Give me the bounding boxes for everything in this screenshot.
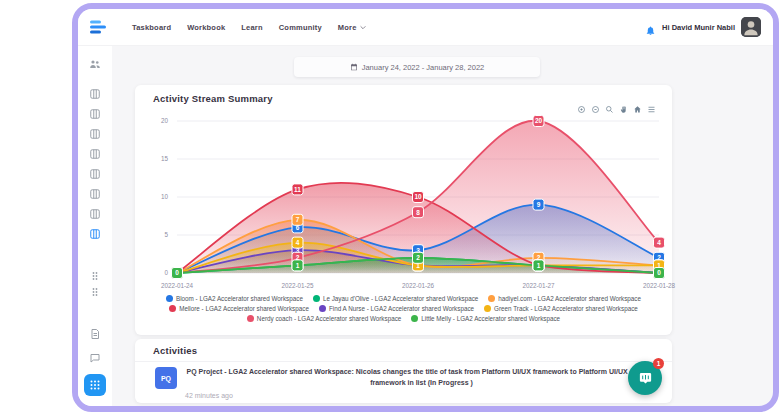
sidebar-item-board-5-icon[interactable] <box>89 168 101 180</box>
svg-text:0: 0 <box>657 269 661 276</box>
chevron-down-icon <box>360 25 366 30</box>
svg-text:7: 7 <box>296 216 300 223</box>
legend-item-0[interactable]: Bloom - LGA2 Accelerator shared Workspac… <box>166 295 303 302</box>
legend-item-1[interactable]: Le Jayau d'Olive - LGA2 Accelerator shar… <box>313 295 478 302</box>
legend-label: hadiyel.com - LGA2 Accelerator shared Wo… <box>498 295 641 302</box>
legend-label: Find A Nurse - LGA2 Accelerator shared W… <box>329 305 474 312</box>
left-sidebar <box>78 45 112 406</box>
sidebar-item-board-4-icon[interactable] <box>89 148 101 160</box>
top-right-group: Hi David Munir Nabil <box>645 17 761 37</box>
legend-item-2[interactable]: hadiyel.com - LGA2 Accelerator shared Wo… <box>488 295 641 302</box>
chat-unread-badge: 1 <box>653 358 664 369</box>
sidebar-item-board-7-icon[interactable] <box>89 208 101 220</box>
sidebar-item-dots-10-icon[interactable] <box>89 286 101 298</box>
user-avatar[interactable] <box>741 17 761 37</box>
legend-label: Nerdy coach - LGA2 Accelerator shared Wo… <box>257 315 401 322</box>
svg-text:0: 0 <box>164 269 168 276</box>
nav-item-more[interactable]: More <box>338 23 366 32</box>
legend-item-3[interactable]: Mellore - LGA2 Accelerator shared Worksp… <box>169 305 309 312</box>
activity-list-item[interactable]: PQ PQ Project - LGA2 Accelerator shared … <box>155 367 658 399</box>
legend-item-4[interactable]: Find A Nurse - LGA2 Accelerator shared W… <box>319 305 474 312</box>
date-range-picker[interactable]: January 24, 2022 - January 28, 2022 <box>294 57 540 77</box>
svg-text:5: 5 <box>164 231 168 238</box>
legend-item-6[interactable]: Nerdy coach - LGA2 Accelerator shared Wo… <box>247 315 401 322</box>
sidebar-item-chat-12-icon[interactable] <box>89 352 101 364</box>
sidebar-item-doc-11-icon[interactable] <box>89 328 101 340</box>
svg-text:1: 1 <box>296 262 300 269</box>
svg-text:2022-01-28: 2022-01-28 <box>643 282 676 289</box>
legend-item-7[interactable]: Little Melly - LGA2 Accelerator shared W… <box>411 315 560 322</box>
svg-text:20: 20 <box>535 117 543 124</box>
svg-text:9: 9 <box>537 201 541 208</box>
legend-dot-icon <box>313 295 320 302</box>
legend-label: Le Jayau d'Olive - LGA2 Accelerator shar… <box>323 295 478 302</box>
legend-dot-icon <box>488 295 495 302</box>
svg-text:2022-01-27: 2022-01-27 <box>522 282 555 289</box>
sidebar-item-people-0-icon[interactable] <box>89 58 101 70</box>
activity-stream-chart[interactable]: 051015202022-01-242022-01-252022-01-2620… <box>147 103 667 295</box>
chart-legend: Bloom - LGA2 Accelerator shared Workspac… <box>143 295 664 322</box>
notifications-bell-icon[interactable] <box>645 22 656 33</box>
top-bar: Taskboard Workbook Learn Community More … <box>78 9 773 46</box>
svg-text:15: 15 <box>161 155 169 162</box>
zoom-out-icon[interactable] <box>591 105 600 114</box>
activities-title: Activities <box>153 345 197 356</box>
legend-label: Little Melly - LGA2 Accelerator shared W… <box>421 315 560 322</box>
reset-zoom-icon[interactable] <box>633 105 642 114</box>
svg-text:4: 4 <box>296 239 300 246</box>
legend-dot-icon <box>166 295 173 302</box>
menu-icon[interactable] <box>647 105 656 114</box>
legend-label: Mellore - LGA2 Accelerator shared Worksp… <box>179 305 309 312</box>
nav-item-learn[interactable]: Learn <box>241 23 262 32</box>
svg-text:0: 0 <box>175 269 179 276</box>
nav-label: Workbook <box>187 23 225 32</box>
svg-text:2022-01-25: 2022-01-25 <box>281 282 314 289</box>
svg-text:4: 4 <box>657 239 661 246</box>
selection-zoom-icon[interactable] <box>605 105 614 114</box>
activity-timestamp: 42 minutes ago <box>185 392 658 399</box>
svg-text:1: 1 <box>537 262 541 269</box>
svg-text:8: 8 <box>416 209 420 216</box>
nav-label: Community <box>279 23 322 32</box>
divider <box>135 361 672 362</box>
activity-text: PQ Project - LGA2 Accelerator shared Wor… <box>185 367 658 389</box>
zoom-in-icon[interactable] <box>577 105 586 114</box>
sidebar-item-board-8-icon[interactable] <box>89 228 101 240</box>
activities-card: Activities PQ PQ Project - LGA2 Accelera… <box>135 339 672 403</box>
chat-launcher-button[interactable]: 1 <box>628 361 662 395</box>
sidebar-item-dots-9-icon[interactable] <box>89 270 101 282</box>
nav-label: More <box>338 23 357 32</box>
activity-body: PQ Project - LGA2 Accelerator shared Wor… <box>185 367 658 399</box>
pan-icon[interactable] <box>619 105 628 114</box>
nav-label: Learn <box>241 23 262 32</box>
sidebar-item-board-2-icon[interactable] <box>89 108 101 120</box>
svg-text:20: 20 <box>161 117 169 124</box>
nav-label: Taskboard <box>132 23 171 32</box>
app-window: Taskboard Workbook Learn Community More … <box>72 3 779 412</box>
legend-dot-icon <box>411 315 418 322</box>
svg-text:10: 10 <box>414 193 422 200</box>
legend-item-5[interactable]: Green Track - LGA2 Accelerator shared Wo… <box>484 305 638 312</box>
activity-stream-card: Activity Stream Summary 051015202022-01-… <box>135 85 672 335</box>
svg-text:2022-01-24: 2022-01-24 <box>161 282 194 289</box>
legend-label: Bloom - LGA2 Accelerator shared Workspac… <box>176 295 303 302</box>
legend-dot-icon <box>247 315 254 322</box>
app-logo-menu-icon[interactable] <box>90 20 108 34</box>
sidebar-item-board-1-icon[interactable] <box>89 88 101 100</box>
legend-dot-icon <box>169 305 176 312</box>
sidebar-apps-button[interactable] <box>84 374 106 396</box>
nav-item-workbook[interactable]: Workbook <box>187 23 225 32</box>
nav-item-taskboard[interactable]: Taskboard <box>132 23 171 32</box>
svg-text:2022-01-26: 2022-01-26 <box>402 282 435 289</box>
nav-item-community[interactable]: Community <box>279 23 322 32</box>
calendar-icon <box>350 63 358 71</box>
main-nav: Taskboard Workbook Learn Community More <box>132 23 366 32</box>
legend-dot-icon <box>319 305 326 312</box>
legend-dot-icon <box>484 305 491 312</box>
sidebar-item-board-3-icon[interactable] <box>89 128 101 140</box>
svg-text:2: 2 <box>416 254 420 261</box>
workspace-logo: PQ <box>155 367 177 389</box>
sidebar-item-board-6-icon[interactable] <box>89 188 101 200</box>
svg-text:10: 10 <box>161 193 169 200</box>
user-greeting: Hi David Munir Nabil <box>662 23 735 32</box>
